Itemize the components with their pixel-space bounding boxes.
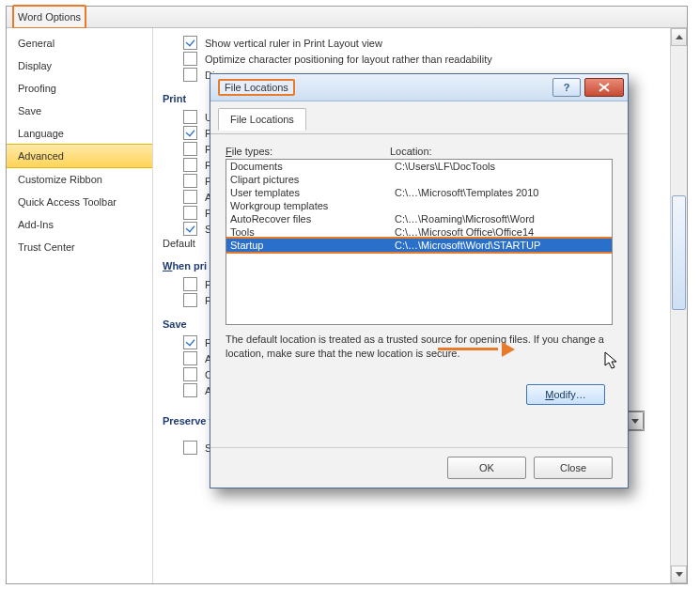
dialog-titlebar[interactable]: File Locations ? <box>210 74 628 101</box>
content-scrollbar[interactable] <box>670 28 687 583</box>
dialog-help-button[interactable]: ? <box>552 78 581 97</box>
list-item[interactable]: Clipart pictures <box>226 173 612 186</box>
ok-button[interactable]: OK <box>447 457 526 479</box>
default-label: Default <box>163 238 195 249</box>
option-label: Show vertical ruler in Print Layout view <box>205 38 382 49</box>
dialog-help-text: The default location is treated as a tru… <box>226 333 613 361</box>
option-row: Optimize character positioning for layou… <box>183 52 679 66</box>
file-locations-dialog: File Locations ? File Locations File typ… <box>210 73 629 488</box>
sidebar-item-add-ins[interactable]: Add-Ins <box>7 213 152 236</box>
checkbox[interactable] <box>183 335 197 349</box>
list-item[interactable]: DocumentsC:\Users\LF\DocTools <box>226 160 612 173</box>
scrollbar-track[interactable] <box>671 45 687 566</box>
list-item[interactable]: User templatesC:\…\Microsoft\Templates 2… <box>226 186 612 199</box>
dialog-tabstrip: File Locations <box>210 101 628 134</box>
chevron-up-icon <box>676 35 683 39</box>
option-row: Show vertical ruler in Print Layout view <box>183 36 679 50</box>
chevron-down-icon <box>631 419 639 424</box>
modify-button[interactable]: Modify… <box>526 384 605 405</box>
checkbox[interactable] <box>183 126 197 140</box>
sidebar-item-quick-access-toolbar[interactable]: Quick Access Toolbar <box>7 191 152 213</box>
list-item[interactable]: StartupC:\…\Microsoft\Word\STARTUP <box>226 237 612 254</box>
checkbox[interactable] <box>183 110 197 124</box>
checkbox[interactable] <box>183 68 197 82</box>
checkbox[interactable] <box>183 367 197 381</box>
scroll-down-button[interactable] <box>671 566 687 583</box>
checkbox[interactable] <box>183 190 197 204</box>
sidebar-item-trust-center[interactable]: Trust Center <box>7 236 152 258</box>
checkbox[interactable] <box>183 174 197 188</box>
checkbox[interactable] <box>183 142 197 156</box>
word-options-titlebar: Word Options <box>7 7 687 28</box>
tab-file-locations[interactable]: File Locations <box>218 108 306 131</box>
options-sidebar: GeneralDisplayProofingSaveLanguageAdvanc… <box>7 28 153 583</box>
file-locations-list[interactable]: DocumentsC:\Users\LF\DocToolsClipart pic… <box>226 159 613 325</box>
scroll-up-button[interactable] <box>671 28 687 46</box>
scrollbar-thumb[interactable] <box>672 195 686 310</box>
checkbox[interactable] <box>183 293 197 307</box>
list-item[interactable]: AutoRecover filesC:\…\Roaming\Microsoft\… <box>226 212 612 225</box>
checkbox[interactable] <box>183 158 197 172</box>
dialog-title: File Locations <box>218 79 295 96</box>
sidebar-item-display[interactable]: Display <box>7 54 152 77</box>
chevron-down-icon <box>676 572 683 577</box>
close-icon <box>598 83 611 92</box>
sidebar-item-save[interactable]: Save <box>7 100 152 122</box>
checkbox[interactable] <box>183 383 197 397</box>
sidebar-item-proofing[interactable]: Proofing <box>7 77 152 100</box>
checkbox[interactable] <box>183 36 197 50</box>
save-form-data-checkbox[interactable] <box>183 441 197 455</box>
sidebar-item-advanced[interactable]: Advanced <box>7 144 152 168</box>
checkbox[interactable] <box>183 351 197 365</box>
checkbox[interactable] <box>183 222 197 236</box>
preserve-combo-dropdown[interactable] <box>627 411 644 430</box>
sidebar-item-customize-ribbon[interactable]: Customize Ribbon <box>7 168 152 191</box>
list-item[interactable]: Workgroup templates <box>226 199 612 212</box>
close-button[interactable]: Close <box>534 457 613 479</box>
checkbox[interactable] <box>183 277 197 291</box>
sidebar-item-language[interactable]: Language <box>7 122 152 145</box>
checkbox[interactable] <box>183 52 197 66</box>
header-file-types: File types: <box>226 146 390 157</box>
checkbox[interactable] <box>183 206 197 220</box>
option-label: Optimize character positioning for layou… <box>205 54 492 65</box>
sidebar-item-general[interactable]: General <box>7 32 152 54</box>
word-options-title: Word Options <box>12 5 86 29</box>
dialog-close-button[interactable] <box>584 78 624 97</box>
header-location: Location: <box>390 146 432 157</box>
